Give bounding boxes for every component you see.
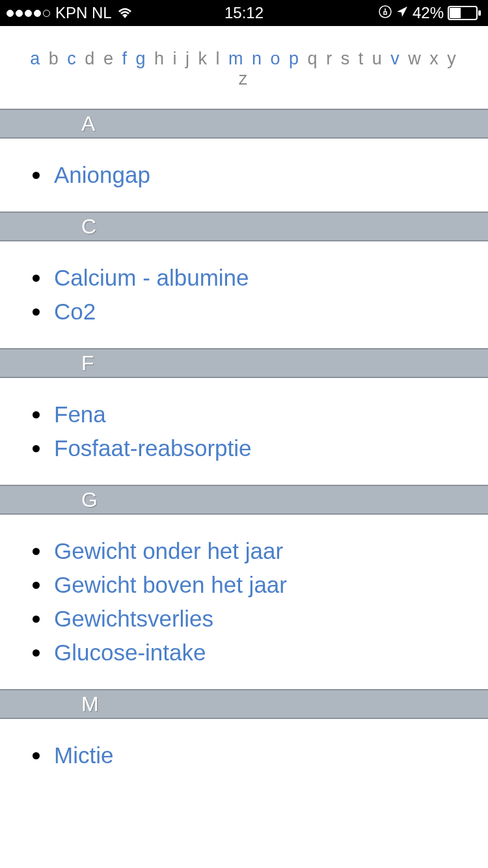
alpha-nav-letter-a[interactable]: a <box>30 49 49 68</box>
list-item[interactable]: Gewicht onder het jaar <box>0 534 488 568</box>
list-item-label[interactable]: Gewicht onder het jaar <box>54 538 283 564</box>
list-item-label[interactable]: Calcium - albumine <box>54 265 249 291</box>
list-item[interactable]: Gewichtsverlies <box>0 602 488 636</box>
location-icon <box>396 4 409 22</box>
wifi-icon <box>117 4 133 22</box>
list-item-label[interactable]: Fosfaat-reabsorptie <box>54 435 251 461</box>
battery-percent: 42% <box>413 4 444 22</box>
alpha-nav-letter-d: d <box>85 49 103 68</box>
list-item[interactable]: Gewicht boven het jaar <box>0 568 488 602</box>
list-item[interactable]: Fena <box>0 398 488 431</box>
svg-rect-3 <box>478 10 481 16</box>
alpha-nav-letter-x: x <box>429 49 447 68</box>
bullet-icon <box>33 616 40 623</box>
list-item[interactable]: Fosfaat-reabsorptie <box>0 431 488 465</box>
alpha-nav-letter-f[interactable]: f <box>122 49 135 68</box>
alpha-nav-letter-c[interactable]: c <box>67 49 85 68</box>
section-header-f: F <box>0 348 488 378</box>
status-left: KPN NL <box>7 4 133 22</box>
list-item-label[interactable]: Fena <box>54 401 106 427</box>
alpha-nav-letter-t: t <box>359 49 372 68</box>
alpha-nav-letter-u: u <box>372 49 391 68</box>
section-header-c: C <box>0 211 488 241</box>
signal-strength-icon <box>7 10 50 17</box>
alpha-nav-letter-q: q <box>308 49 327 68</box>
alpha-nav-letter-b: b <box>49 49 68 68</box>
alpha-nav-letter-j: j <box>185 49 198 68</box>
alpha-nav-letter-i: i <box>172 49 185 68</box>
section-header-g: G <box>0 485 488 515</box>
alpha-nav-letter-s: s <box>341 49 359 68</box>
alpha-nav-letter-p[interactable]: p <box>289 49 308 68</box>
battery-icon <box>448 6 481 20</box>
status-time: 15:12 <box>224 4 264 22</box>
bullet-icon <box>33 411 40 418</box>
list-item[interactable]: Aniongap <box>0 158 488 192</box>
alpha-index-nav: a b c d e f g h i j k l m n o p q r s t … <box>0 26 488 109</box>
rotation-lock-icon <box>379 4 392 22</box>
alpha-nav-letter-r: r <box>326 49 341 68</box>
alpha-nav-letter-w: w <box>408 49 429 68</box>
section-header-m: M <box>0 689 488 719</box>
bullet-icon <box>33 308 40 316</box>
status-right: 42% <box>379 4 481 22</box>
bullet-icon <box>33 445 40 452</box>
alpha-nav-letter-y: y <box>447 49 458 68</box>
list-item-label[interactable]: Glucose-intake <box>54 640 206 666</box>
alpha-nav-letter-v[interactable]: v <box>390 49 408 68</box>
section-body-f: FenaFosfaat-reabsorptie <box>0 378 488 485</box>
status-bar: KPN NL 15:12 42% <box>0 0 488 26</box>
section-body-a: Aniongap <box>0 139 488 211</box>
list-item[interactable]: Calcium - albumine <box>0 261 488 295</box>
list-item-label[interactable]: Co2 <box>54 299 96 325</box>
alpha-nav-letter-o[interactable]: o <box>271 49 290 68</box>
section-body-g: Gewicht onder het jaarGewicht boven het … <box>0 515 488 689</box>
list-item-label[interactable]: Aniongap <box>54 162 150 188</box>
alpha-nav-letter-n[interactable]: n <box>252 49 271 68</box>
section-header-a: A <box>0 109 488 139</box>
bullet-icon <box>33 649 40 657</box>
carrier-label: KPN NL <box>55 4 112 22</box>
alpha-nav-letter-l: l <box>216 49 229 68</box>
list-item[interactable]: Glucose-intake <box>0 636 488 670</box>
list-item-label[interactable]: Gewichtsverlies <box>54 606 213 632</box>
bullet-icon <box>33 582 40 589</box>
bullet-icon <box>33 172 40 179</box>
bullet-icon <box>33 752 40 759</box>
list-item-label[interactable]: Mictie <box>54 742 113 768</box>
list-item[interactable]: Co2 <box>0 295 488 329</box>
alpha-nav-letter-h: h <box>154 49 173 68</box>
bullet-icon <box>33 548 40 555</box>
list-item[interactable]: Mictie <box>0 739 488 772</box>
list-item-label[interactable]: Gewicht boven het jaar <box>54 572 287 598</box>
alpha-nav-letter-g[interactable]: g <box>135 49 154 68</box>
alpha-nav-letter-z: z <box>239 69 250 88</box>
alpha-nav-letter-e: e <box>103 49 122 68</box>
svg-rect-2 <box>450 8 461 18</box>
section-body-c: Calcium - albumineCo2 <box>0 241 488 348</box>
bullet-icon <box>33 275 40 282</box>
alpha-nav-letter-m[interactable]: m <box>228 49 252 68</box>
section-body-m: Mictie <box>0 719 488 792</box>
alpha-nav-letter-k: k <box>198 49 215 68</box>
